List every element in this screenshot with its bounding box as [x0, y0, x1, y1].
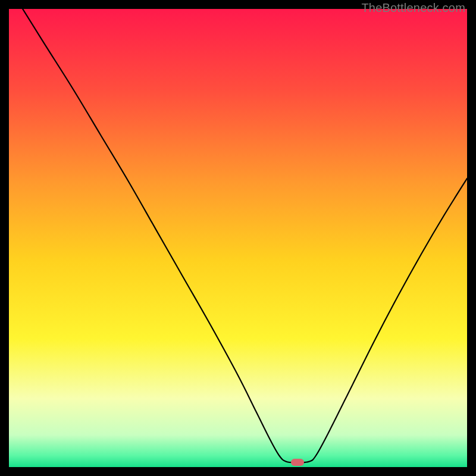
bottleneck-chart [9, 9, 467, 467]
chart-background [9, 9, 467, 467]
chart-frame [9, 9, 467, 467]
watermark-text: TheBottleneck.com [361, 1, 465, 15]
optimal-point-marker [291, 459, 304, 466]
